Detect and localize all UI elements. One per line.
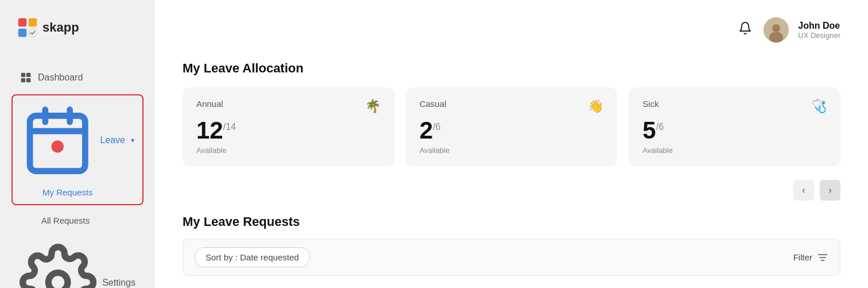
annual-number: 12/14 <box>196 118 381 143</box>
settings-icon <box>20 244 96 288</box>
casual-icon: 👋 <box>588 99 603 114</box>
svg-point-9 <box>52 140 64 152</box>
notification-bell-button[interactable] <box>736 19 754 41</box>
svg-point-3 <box>29 29 37 37</box>
dashboard-icon <box>20 71 32 84</box>
casual-leave-card: Casual 👋 2/6 Available <box>406 87 618 166</box>
sidebar-item-all-requests[interactable]: All Requests <box>11 210 144 231</box>
sidebar-item-dashboard-label: Dashboard <box>38 72 83 83</box>
bell-icon <box>738 21 752 35</box>
user-name: John Doe <box>798 21 840 31</box>
casual-card-top: Casual 👋 <box>420 99 604 114</box>
casual-number: 2/6 <box>420 118 604 143</box>
svg-point-10 <box>48 273 68 288</box>
casual-type-label: Casual <box>420 99 447 109</box>
main-content: John Doe UX Designer My Leave Allocation… <box>155 0 868 288</box>
nav-items: Dashboard Leave ▾ My Requests All Reques… <box>11 66 144 288</box>
filter-label: Filter <box>793 252 812 262</box>
sick-number: 5/6 <box>642 118 827 143</box>
annual-type-label: Annual <box>196 99 223 109</box>
sidebar-item-leave[interactable]: Leave ▾ <box>13 98 142 183</box>
sidebar: skapp Dashboard Leave ▾ <box>0 0 155 288</box>
svg-rect-2 <box>18 29 26 37</box>
annual-leave-card: Annual 🌴 12/14 Available <box>183 87 394 166</box>
sick-leave-card: Sick 🩺 5/6 Available <box>629 87 840 166</box>
user-info: John Doe UX Designer <box>798 21 840 40</box>
svg-rect-6 <box>21 78 25 82</box>
filter-button[interactable]: Filter <box>793 252 828 263</box>
sick-available-label: Available <box>642 146 827 155</box>
sick-card-top: Sick 🩺 <box>642 99 827 114</box>
chevron-down-icon: ▾ <box>131 136 134 144</box>
svg-rect-0 <box>18 18 26 26</box>
user-role: UX Designer <box>798 31 840 40</box>
annual-card-top: Annual 🌴 <box>196 99 381 114</box>
all-requests-label: All Requests <box>41 216 90 225</box>
sort-filter-row: Sort by : Date requested Filter <box>183 239 840 276</box>
avatar <box>764 17 789 43</box>
sidebar-item-settings[interactable]: Settings <box>11 238 144 288</box>
sort-button[interactable]: Sort by : Date requested <box>195 247 310 267</box>
filter-icon <box>817 252 828 263</box>
allocation-title: My Leave Allocation <box>183 61 840 76</box>
leave-submenu: My Requests <box>13 183 142 202</box>
avatar-image <box>764 17 789 43</box>
top-bar: John Doe UX Designer <box>183 17 840 43</box>
leave-requests-section: My Leave Requests Sort by : Date request… <box>183 214 840 276</box>
annual-available-label: Available <box>196 146 381 155</box>
pagination-row: ‹ › <box>183 180 840 201</box>
casual-available-label: Available <box>420 146 604 155</box>
requests-title: My Leave Requests <box>183 214 840 229</box>
settings-label: Settings <box>102 278 135 288</box>
svg-rect-7 <box>26 78 30 82</box>
prev-page-button[interactable]: ‹ <box>793 180 814 201</box>
annual-icon: 🌴 <box>365 99 381 114</box>
logo: skapp <box>11 17 144 38</box>
logo-text: skapp <box>42 20 79 35</box>
svg-rect-1 <box>29 18 37 26</box>
leave-section: Leave ▾ My Requests <box>11 94 144 205</box>
allocation-cards: Annual 🌴 12/14 Available Casual 👋 2/6 Av… <box>183 87 840 166</box>
next-page-button[interactable]: › <box>820 180 840 201</box>
svg-point-12 <box>772 24 780 32</box>
logo-icon <box>17 17 38 38</box>
sidebar-item-dashboard[interactable]: Dashboard <box>11 66 144 90</box>
sick-type-label: Sick <box>642 99 658 109</box>
svg-rect-4 <box>21 73 25 77</box>
sidebar-item-my-requests[interactable]: My Requests <box>42 183 134 202</box>
leave-icon <box>21 103 94 177</box>
sick-icon: 🩺 <box>811 99 827 114</box>
leave-label: Leave <box>100 135 125 145</box>
svg-rect-5 <box>26 73 30 77</box>
leave-allocation-section: My Leave Allocation Annual 🌴 12/14 Avail… <box>183 61 840 201</box>
